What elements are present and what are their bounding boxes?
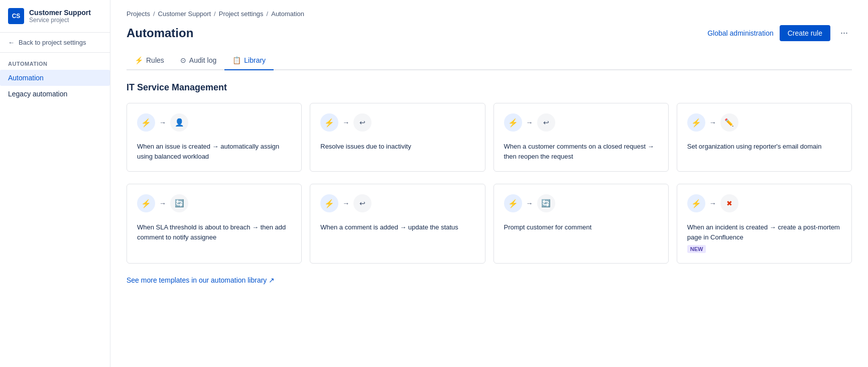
card-reopen-request[interactable]: ⚡ → ↩ When a customer comments on a clos… — [493, 103, 669, 172]
action-icon-circle: 🔄 — [170, 194, 188, 212]
rules-icon: ⚡ — [135, 56, 143, 64]
card-prompt-customer[interactable]: ⚡ → 🔄 Prompt customer for comment — [493, 184, 669, 264]
action-icon-circle: ✏️ — [720, 113, 738, 132]
refresh-icon: 🔄 — [175, 199, 184, 208]
card-icons: ⚡ → ✖ — [687, 194, 841, 212]
library-icon: 📋 — [232, 56, 241, 64]
breadcrumb-automation: Automation — [271, 10, 304, 18]
card-incident-confluence[interactable]: ⚡ → ✖ When an incident is created → crea… — [677, 184, 852, 264]
tab-library[interactable]: 📋 Library — [224, 51, 274, 70]
sidebar-project-type: Service project — [29, 17, 91, 24]
trigger-icon-circle: ⚡ — [687, 194, 705, 212]
tab-rules[interactable]: ⚡ Rules — [127, 51, 172, 70]
card-resolve-inactivity[interactable]: ⚡ → ↩ Resolve issues due to inactivity — [310, 103, 485, 172]
page-title: Automation — [127, 26, 193, 40]
lightning-icon: ⚡ — [141, 118, 151, 128]
card-comment-status[interactable]: ⚡ → ↩ When a comment is added → update t… — [310, 184, 485, 264]
trigger-icon-circle: ⚡ — [137, 194, 155, 212]
section-title: IT Service Management — [127, 82, 852, 93]
card-text: When a comment is added → update the sta… — [320, 222, 474, 232]
sidebar-header: CS Customer Support Service project — [0, 0, 110, 33]
global-admin-link[interactable]: Global administration — [707, 29, 774, 37]
card-sla-threshold[interactable]: ⚡ → 🔄 When SLA threshold is about to bre… — [127, 184, 302, 264]
card-text: Prompt customer for comment — [504, 222, 658, 232]
arrow-icon: → — [159, 118, 166, 127]
breadcrumb-sep-3: / — [267, 10, 269, 18]
sidebar-project-name: Customer Support — [29, 9, 91, 17]
back-label: Back to project settings — [19, 39, 86, 46]
action-icon-circle: ✖ — [720, 194, 738, 212]
arrow-icon: → — [342, 199, 349, 207]
card-text: When an incident is created → create a p… — [687, 222, 841, 242]
lightning-icon: ⚡ — [324, 199, 334, 208]
edit-icon: ✏️ — [724, 118, 734, 127]
card-icons: ⚡ → ↩ — [320, 113, 474, 132]
card-text: When SLA threshold is about to breach → … — [137, 222, 291, 242]
card-icons: ⚡ → 👤 — [137, 113, 291, 132]
card-icons: ⚡ → 🔄 — [504, 194, 658, 212]
trigger-icon-circle: ⚡ — [137, 113, 155, 132]
card-icons: ⚡ → 🔄 — [137, 194, 291, 212]
lightning-icon: ⚡ — [691, 118, 701, 128]
lightning-icon: ⚡ — [508, 199, 518, 208]
main-content: Projects / Customer Support / Project se… — [110, 0, 868, 367]
arrow-icon: → — [342, 118, 349, 127]
arrow-icon: → — [526, 118, 533, 127]
card-text: Set organization using reporter's email … — [687, 142, 841, 152]
action-icon-circle: ↩ — [353, 113, 371, 132]
back-to-project-settings[interactable]: ← Back to project settings — [0, 33, 110, 53]
lightning-icon: ⚡ — [508, 118, 518, 128]
card-assign-workload[interactable]: ⚡ → 👤 When an issue is created → automat… — [127, 103, 302, 172]
breadcrumb-project-settings[interactable]: Project settings — [219, 10, 264, 18]
sidebar-project-info: Customer Support Service project — [29, 9, 91, 24]
arrow-icon: → — [159, 199, 166, 207]
card-icons: ⚡ → ↩ — [504, 113, 658, 132]
back-icon: ← — [8, 39, 15, 46]
reopen-icon: ↩ — [543, 118, 549, 127]
sidebar-item-automation[interactable]: Automation — [0, 70, 110, 86]
tab-audit-log[interactable]: ⊙ Audit log — [172, 51, 224, 70]
breadcrumb-sep-1: / — [153, 10, 155, 18]
assign-icon: 👤 — [175, 118, 184, 127]
sidebar-section-label: AUTOMATION — [0, 53, 110, 70]
breadcrumb-projects[interactable]: Projects — [127, 10, 150, 18]
card-text: When a customer comments on a closed req… — [504, 142, 658, 161]
card-text: When an issue is created → automatically… — [137, 142, 291, 161]
resolve-icon: ↩ — [359, 118, 365, 127]
breadcrumb-sep-2: / — [214, 10, 216, 18]
cards-row-1: ⚡ → 👤 When an issue is created → automat… — [127, 103, 852, 172]
arrow-icon: → — [526, 199, 533, 207]
action-icon-circle: ↩ — [537, 113, 555, 132]
cycle-icon: 🔄 — [541, 199, 551, 208]
sidebar: CS Customer Support Service project ← Ba… — [0, 0, 110, 367]
trigger-icon-circle: ⚡ — [687, 113, 705, 132]
see-more-link[interactable]: See more templates in our automation lib… — [127, 276, 275, 284]
trigger-icon-circle: ⚡ — [504, 194, 522, 212]
breadcrumb: Projects / Customer Support / Project se… — [127, 10, 852, 18]
trigger-icon-circle: ⚡ — [320, 194, 338, 212]
more-options-button[interactable]: ··· — [836, 25, 852, 41]
trigger-icon-circle: ⚡ — [320, 113, 338, 132]
action-icon-circle: 👤 — [170, 113, 188, 132]
lightning-icon: ⚡ — [324, 118, 334, 128]
avatar: CS — [8, 8, 24, 24]
card-set-organization[interactable]: ⚡ → ✏️ Set organization using reporter's… — [677, 103, 852, 172]
create-rule-button[interactable]: Create rule — [780, 25, 830, 41]
sidebar-item-legacy-automation[interactable]: Legacy automation — [0, 86, 110, 102]
comment-icon: ↩ — [359, 199, 365, 207]
lightning-icon: ⚡ — [141, 199, 151, 208]
card-text: Resolve issues due to inactivity — [320, 142, 474, 152]
action-icon-circle: 🔄 — [537, 194, 555, 212]
page-header: Automation Global administration Create … — [127, 25, 852, 41]
tabs: ⚡ Rules ⊙ Audit log 📋 Library — [127, 51, 852, 70]
arrow-icon: → — [709, 199, 716, 207]
card-icons: ⚡ → ✏️ — [687, 113, 841, 132]
arrow-icon: → — [709, 118, 716, 127]
breadcrumb-customer-support[interactable]: Customer Support — [158, 10, 211, 18]
new-badge: NEW — [687, 245, 706, 253]
lightning-icon: ⚡ — [691, 199, 701, 208]
card-icons: ⚡ → ↩ — [320, 194, 474, 212]
close-icon: ✖ — [726, 199, 732, 207]
trigger-icon-circle: ⚡ — [504, 113, 522, 132]
cards-row-2: ⚡ → 🔄 When SLA threshold is about to bre… — [127, 184, 852, 264]
